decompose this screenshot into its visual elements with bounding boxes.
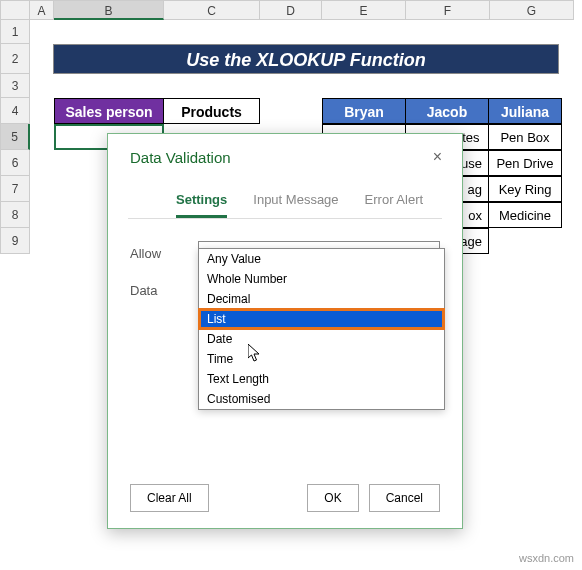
option-text-length[interactable]: Text Length [199, 369, 444, 389]
ok-button[interactable]: OK [307, 484, 358, 512]
option-customised[interactable]: Customised [199, 389, 444, 409]
page-title: Use the XLOOKUP Function [53, 44, 559, 74]
cell-g5[interactable]: Pen Box [488, 124, 562, 150]
tab-error-alert[interactable]: Error Alert [365, 184, 424, 218]
data-label: Data [130, 283, 198, 298]
col-header-d[interactable]: D [260, 0, 322, 20]
header-jacob[interactable]: Jacob [405, 98, 489, 124]
dialog-title: Data Validation [130, 149, 231, 166]
cell-g6[interactable]: Pen Drive [488, 150, 562, 176]
allow-dropdown: Any Value Whole Number Decimal List Date… [198, 248, 445, 410]
row-header-2[interactable]: 2 [0, 44, 30, 74]
option-any-value[interactable]: Any Value [199, 249, 444, 269]
row-header-5[interactable]: 5 [0, 124, 30, 150]
cell-g7[interactable]: Key Ring [488, 176, 562, 202]
clear-all-button[interactable]: Clear All [130, 484, 209, 512]
row-header-7[interactable]: 7 [0, 176, 30, 202]
allow-label: Allow [130, 246, 198, 261]
row-header-3[interactable]: 3 [0, 74, 30, 98]
row-header-6[interactable]: 6 [0, 150, 30, 176]
cancel-button[interactable]: Cancel [369, 484, 440, 512]
cell-g8[interactable]: Medicine [488, 202, 562, 228]
tab-settings[interactable]: Settings [176, 184, 227, 218]
watermark: wsxdn.com [519, 552, 574, 564]
row-header-9[interactable]: 9 [0, 228, 30, 254]
row-header-8[interactable]: 8 [0, 202, 30, 228]
option-list[interactable]: List [199, 309, 444, 329]
header-bryan[interactable]: Bryan [322, 98, 406, 124]
header-products[interactable]: Products [163, 98, 260, 124]
col-header-a[interactable]: A [30, 0, 54, 20]
option-date[interactable]: Date [199, 329, 444, 349]
col-header-c[interactable]: C [164, 0, 260, 20]
row-header-4[interactable]: 4 [0, 98, 30, 124]
col-header-e[interactable]: E [322, 0, 406, 20]
tab-input-message[interactable]: Input Message [253, 184, 338, 218]
row-header-1[interactable]: 1 [0, 20, 30, 44]
col-header-f[interactable]: F [406, 0, 490, 20]
option-whole-number[interactable]: Whole Number [199, 269, 444, 289]
header-sales-person[interactable]: Sales person [54, 98, 164, 124]
option-decimal[interactable]: Decimal [199, 289, 444, 309]
option-time[interactable]: Time [199, 349, 444, 369]
header-juliana[interactable]: Juliana [488, 98, 562, 124]
col-header-b[interactable]: B [54, 0, 164, 20]
select-all-corner[interactable] [0, 0, 30, 20]
col-header-g[interactable]: G [490, 0, 574, 20]
close-icon[interactable]: × [429, 148, 446, 166]
